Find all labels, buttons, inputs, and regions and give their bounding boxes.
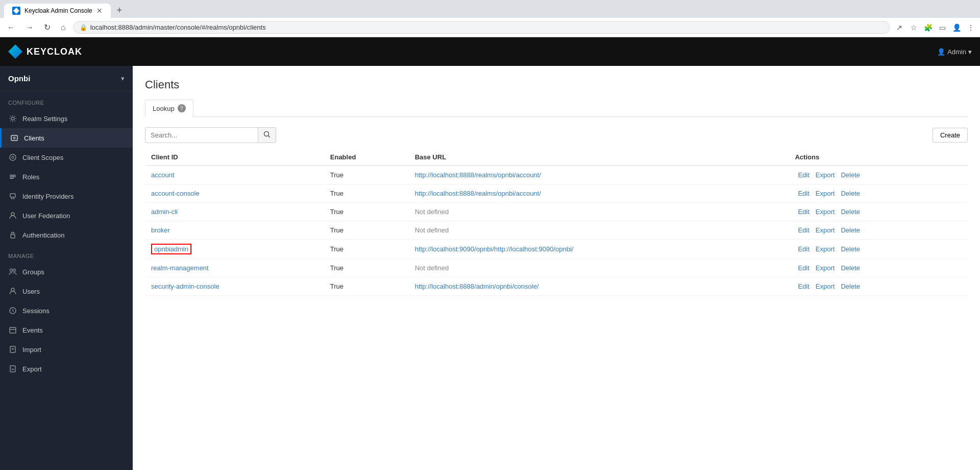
bookmark-icon[interactable]: ☆: [909, 22, 919, 33]
clients-icon: [10, 133, 19, 143]
admin-label: Admin: [947, 48, 966, 56]
edit-button[interactable]: Edit: [795, 170, 812, 180]
sidebar-item-identity-providers[interactable]: Identity Providers: [0, 186, 133, 206]
svg-point-13: [13, 269, 16, 272]
svg-rect-16: [10, 327, 16, 333]
enabled-cell: True: [324, 203, 409, 221]
tab-bar: Lookup ?: [145, 100, 968, 117]
delete-button[interactable]: Delete: [838, 207, 863, 217]
sidebar-item-export[interactable]: Export: [0, 359, 133, 379]
client-id-cell: realm-management: [145, 259, 324, 277]
search-input[interactable]: [145, 128, 258, 142]
edit-button[interactable]: Edit: [795, 225, 812, 235]
client-id-cell: broker: [145, 221, 324, 240]
svg-point-4: [10, 154, 16, 160]
sidebar-item-identity-providers-label: Identity Providers: [22, 193, 74, 200]
actions-cell: EditExportDelete: [789, 240, 968, 259]
client-id-link[interactable]: admin-cli: [151, 208, 178, 216]
sidebar-item-groups[interactable]: Groups: [0, 262, 133, 281]
tab-bar: Keycloak Admin Console ✕ +: [0, 0, 980, 18]
table-header-row: Client ID Enabled Base URL Actions: [145, 149, 968, 166]
back-button[interactable]: ←: [4, 22, 18, 33]
home-button[interactable]: ⌂: [58, 22, 69, 33]
url-input[interactable]: [90, 24, 884, 31]
export-button[interactable]: Export: [813, 244, 838, 254]
delete-button[interactable]: Delete: [838, 263, 863, 273]
profile-icon[interactable]: 👤: [951, 22, 962, 33]
sidebar-item-client-scopes-label: Client Scopes: [22, 154, 63, 161]
help-icon[interactable]: ?: [178, 104, 186, 112]
base-url-link[interactable]: http://localhost:9090/opnbi/http://local…: [415, 245, 574, 253]
export-button[interactable]: Export: [813, 281, 838, 291]
sidebar-item-clients[interactable]: Clients: [0, 128, 133, 148]
create-button[interactable]: Create: [933, 128, 968, 143]
menu-icon[interactable]: ⋮: [966, 22, 976, 33]
sidebar-toggle-icon[interactable]: ▭: [937, 22, 947, 33]
browser-tab[interactable]: Keycloak Admin Console ✕: [4, 4, 111, 18]
sidebar-item-sessions-label: Sessions: [22, 307, 50, 315]
svg-rect-8: [10, 178, 14, 179]
sidebar-item-roles[interactable]: Roles: [0, 167, 133, 186]
sidebar-item-client-scopes[interactable]: Client Scopes: [0, 148, 133, 167]
client-id-link[interactable]: security-admin-console: [151, 283, 219, 290]
forward-button[interactable]: →: [22, 22, 37, 33]
search-input-wrap[interactable]: [145, 127, 276, 143]
col-actions: Actions: [789, 149, 968, 166]
delete-button[interactable]: Delete: [838, 244, 863, 254]
sidebar-item-events[interactable]: Events: [0, 320, 133, 340]
edit-button[interactable]: Edit: [795, 189, 812, 198]
sidebar-item-roles-label: Roles: [22, 173, 39, 181]
export-button[interactable]: Export: [813, 170, 838, 180]
table-row: security-admin-consoleTruehttp://localho…: [145, 277, 968, 296]
edit-button[interactable]: Edit: [795, 244, 812, 254]
admin-menu-button[interactable]: 👤 Admin ▾: [937, 48, 972, 56]
new-tab-button[interactable]: +: [113, 3, 127, 18]
edit-button[interactable]: Edit: [795, 263, 812, 273]
sidebar-item-users[interactable]: Users: [0, 281, 133, 301]
client-id-cell: security-admin-console: [145, 277, 324, 296]
address-bar[interactable]: 🔒: [73, 21, 890, 34]
delete-button[interactable]: Delete: [838, 281, 863, 291]
export-button[interactable]: Export: [813, 207, 838, 217]
export-button[interactable]: Export: [813, 225, 838, 235]
base-url-cell: http://localhost:8888/admin/opnbi/consol…: [409, 277, 789, 296]
realm-selector[interactable]: Opnbi ▾: [0, 66, 133, 91]
svg-point-1: [11, 117, 14, 120]
export-button[interactable]: Export: [813, 189, 838, 198]
client-id-link[interactable]: opnbiadmin: [154, 245, 188, 253]
base-url-link[interactable]: http://localhost:8888/admin/opnbi/consol…: [415, 283, 539, 290]
groups-icon: [8, 267, 17, 276]
delete-button[interactable]: Delete: [838, 170, 863, 180]
share-icon[interactable]: ↗: [894, 22, 904, 33]
tab-close-button[interactable]: ✕: [96, 7, 103, 15]
sidebar-item-import[interactable]: Import: [0, 340, 133, 359]
actions-cell: EditExportDelete: [789, 259, 968, 277]
edit-button[interactable]: Edit: [795, 281, 812, 291]
sidebar-item-realm-settings[interactable]: Realm Settings: [0, 109, 133, 128]
client-id-link[interactable]: account: [151, 171, 175, 179]
client-id-link[interactable]: realm-management: [151, 264, 209, 272]
refresh-button[interactable]: ↻: [41, 21, 54, 33]
sidebar-item-authentication[interactable]: Authentication: [0, 225, 133, 245]
sidebar-item-realm-settings-label: Realm Settings: [22, 115, 67, 123]
base-url-cell: http://localhost:8888/realms/opnbi/accou…: [409, 184, 789, 203]
base-url-link[interactable]: http://localhost:8888/realms/opnbi/accou…: [415, 171, 541, 179]
export-button[interactable]: Export: [813, 263, 838, 273]
sidebar-item-user-federation[interactable]: User Federation: [0, 206, 133, 225]
edit-button[interactable]: Edit: [795, 207, 812, 217]
table-row: accountTruehttp://localhost:8888/realms/…: [145, 166, 968, 184]
client-id-link[interactable]: broker: [151, 226, 170, 234]
svg-rect-6: [10, 175, 16, 176]
extensions-icon[interactable]: 🧩: [923, 22, 933, 33]
sidebar-item-sessions[interactable]: Sessions: [0, 301, 133, 320]
svg-point-14: [11, 288, 14, 291]
search-button[interactable]: [258, 128, 276, 143]
tab-lookup[interactable]: Lookup ?: [145, 100, 193, 117]
authentication-icon: [8, 230, 17, 240]
delete-button[interactable]: Delete: [838, 225, 863, 235]
realm-dropdown-icon: ▾: [121, 75, 125, 82]
base-url-link[interactable]: http://localhost:8888/realms/opnbi/accou…: [415, 190, 541, 197]
delete-button[interactable]: Delete: [838, 189, 863, 198]
configure-section-label: Configure: [0, 91, 133, 109]
client-id-link[interactable]: account-console: [151, 190, 200, 197]
